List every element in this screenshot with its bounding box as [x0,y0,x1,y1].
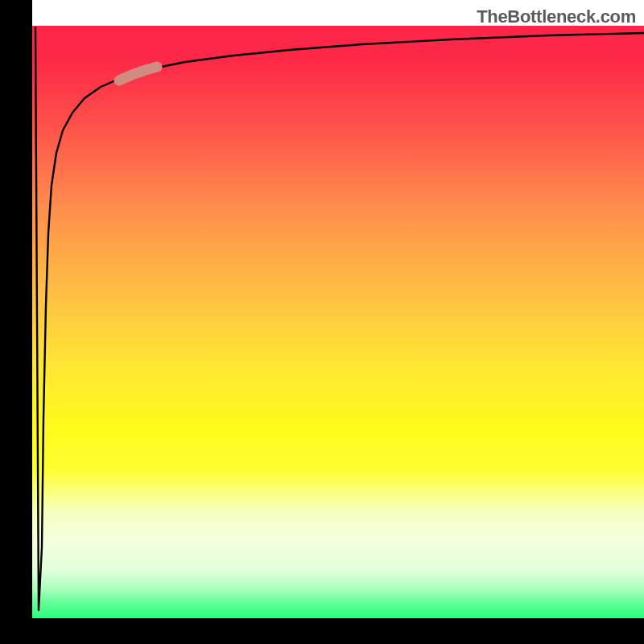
axis-corner [0,0,32,26]
x-axis-bar [0,618,644,644]
plot-gradient-background [32,26,644,618]
chart-container: TheBottleneck.com [0,0,644,644]
y-axis-bar [0,26,32,618]
attribution-label: TheBottleneck.com [477,6,636,27]
